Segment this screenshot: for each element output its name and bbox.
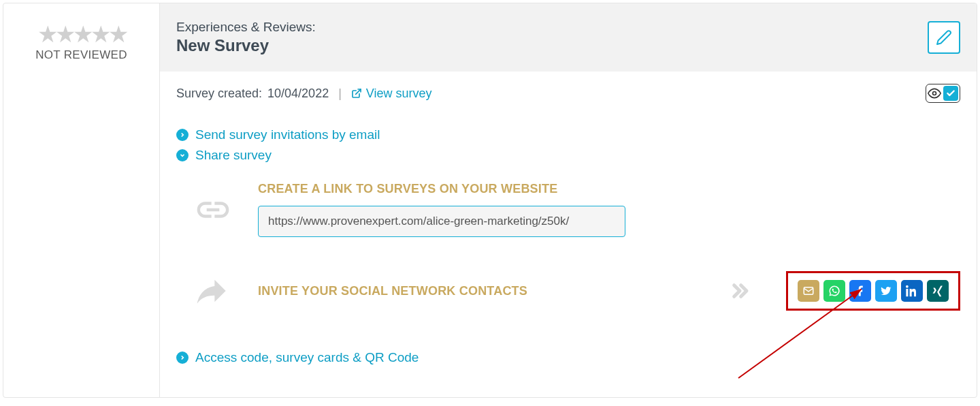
email-icon xyxy=(802,285,815,297)
link-section: CREATE A LINK TO SURVEYS ON YOUR WEBSITE xyxy=(176,182,960,237)
share-linkedin-button[interactable] xyxy=(901,280,923,302)
survey-header: Experiences & Reviews: New Survey xyxy=(160,3,977,72)
header-text: Experiences & Reviews: New Survey xyxy=(176,20,316,55)
share-whatsapp-button[interactable] xyxy=(823,280,845,302)
visibility-toggle[interactable] xyxy=(926,84,960,103)
social-buttons-highlight xyxy=(786,271,960,311)
view-survey-link[interactable]: View survey xyxy=(351,87,432,101)
social-right xyxy=(726,271,960,311)
link-icon xyxy=(194,191,232,229)
header-subtitle: Experiences & Reviews: xyxy=(176,20,316,35)
meta-row: Survey created: 10/04/2022 | View survey xyxy=(176,84,960,103)
survey-card: ★★★★★ NOT REVIEWED Experiences & Reviews… xyxy=(3,3,977,398)
share-email-button[interactable] xyxy=(798,280,819,302)
facebook-icon xyxy=(854,285,866,297)
chevrons-right-icon xyxy=(726,277,753,304)
svg-point-1 xyxy=(933,92,936,95)
xing-icon xyxy=(932,285,944,297)
action-list: Send survey invitations by email Share s… xyxy=(176,127,960,163)
main-panel: Experiences & Reviews: New Survey Survey… xyxy=(160,3,977,397)
view-survey-label: View survey xyxy=(366,87,432,101)
whatsapp-icon xyxy=(828,285,840,297)
social-section: INVITE YOUR SOCIAL NETWORK CONTACTS xyxy=(176,271,960,311)
survey-body: Survey created: 10/04/2022 | View survey xyxy=(160,72,977,391)
stars-empty: ★★★★★ xyxy=(3,22,159,46)
survey-url-input[interactable] xyxy=(258,206,625,237)
created-date: 10/04/2022 xyxy=(267,87,329,101)
share-twitter-button[interactable] xyxy=(875,280,897,302)
pencil-icon xyxy=(936,29,952,46)
share-survey-link[interactable]: Share survey xyxy=(176,148,960,163)
sidebar: ★★★★★ NOT REVIEWED xyxy=(3,3,160,397)
bullet-icon xyxy=(176,149,189,161)
share-survey-label: Share survey xyxy=(195,148,272,163)
header-title: New Survey xyxy=(176,36,316,55)
bullet-icon xyxy=(176,352,189,364)
link-section-content: CREATE A LINK TO SURVEYS ON YOUR WEBSITE xyxy=(258,182,960,237)
share-facebook-button[interactable] xyxy=(849,280,871,302)
linkedin-icon xyxy=(906,285,918,297)
created-label: Survey created: xyxy=(176,87,262,101)
share-xing-button[interactable] xyxy=(927,280,949,302)
twitter-icon xyxy=(880,285,892,297)
not-reviewed-label: NOT REVIEWED xyxy=(3,48,159,62)
social-heading: INVITE YOUR SOCIAL NETWORK CONTACTS xyxy=(258,284,527,298)
eye-icon xyxy=(928,87,941,100)
send-invites-link[interactable]: Send survey invitations by email xyxy=(176,127,960,142)
access-code-link[interactable]: Access code, survey cards & QR Code xyxy=(176,350,960,365)
access-code-label: Access code, survey cards & QR Code xyxy=(195,350,419,365)
share-arrow-icon xyxy=(194,272,232,310)
link-heading: CREATE A LINK TO SURVEYS ON YOUR WEBSITE xyxy=(258,182,960,196)
meta-separator: | xyxy=(338,87,342,101)
meta-left: Survey created: 10/04/2022 | View survey xyxy=(176,87,432,101)
edit-button[interactable] xyxy=(928,21,960,54)
svg-line-0 xyxy=(356,89,361,94)
send-invites-label: Send survey invitations by email xyxy=(195,127,380,142)
bullet-icon xyxy=(176,129,189,141)
external-link-icon xyxy=(351,88,362,99)
visibility-check xyxy=(943,86,958,101)
